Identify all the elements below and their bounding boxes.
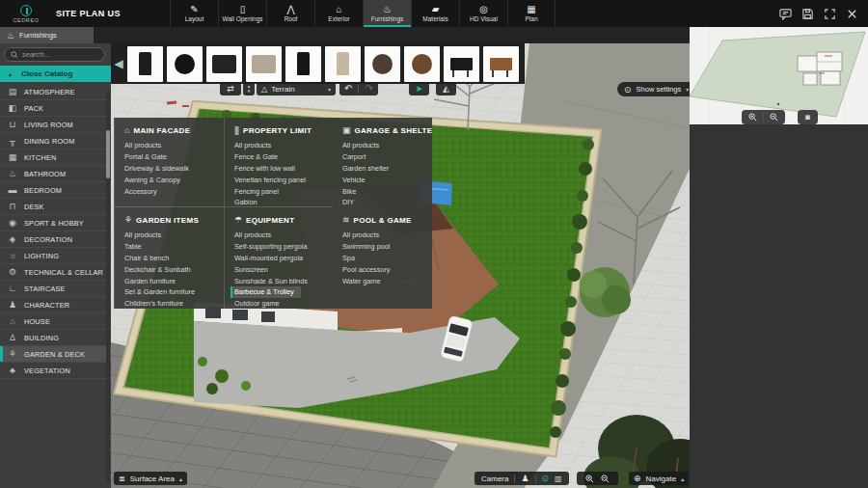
product-thumbnail[interactable]: [127, 46, 163, 82]
terrain-dropdown[interactable]: △ Terrain ▾: [257, 82, 336, 95]
sidebar-item[interactable]: ⊔ LIVING ROOM: [0, 117, 111, 133]
catalog-item[interactable]: Portal & Gate: [124, 151, 220, 163]
tab[interactable]: ▯ Wall Openings: [218, 0, 266, 27]
tab[interactable]: ⌂ Exterior: [314, 0, 363, 27]
sidebar-item[interactable]: ⊓ DESK: [0, 199, 111, 215]
close-catalog-button[interactable]: ▴ Close Catalog: [0, 66, 111, 82]
tab[interactable]: ▦ Plan: [507, 0, 556, 27]
catalog-item[interactable]: Children's furniture: [124, 298, 220, 309]
catalog-item[interactable]: All products: [124, 230, 220, 241]
tab[interactable]: ⋀ Roof: [266, 0, 314, 27]
catalog-item[interactable]: Garden shelter: [342, 163, 428, 175]
catalog-item[interactable]: Water game: [342, 275, 428, 286]
catalog-item[interactable]: Sunshade & Sun blinds: [234, 275, 329, 286]
catalog-item[interactable]: Fence with low wall: [234, 163, 329, 175]
sync-view-button[interactable]: ⇄: [220, 82, 241, 95]
sidebar-item[interactable]: ♟ CHARACTER: [0, 297, 111, 313]
product-thumbnail[interactable]: [206, 46, 242, 82]
catalog-item[interactable]: Barbecue & Trolley: [231, 286, 301, 298]
catalog-item[interactable]: Outdoor game: [234, 298, 329, 309]
tab[interactable]: ✎ Layout: [170, 0, 218, 27]
catalog-item[interactable]: Spa: [342, 253, 428, 264]
product-thumbnail[interactable]: [167, 46, 203, 82]
product-thumbnail[interactable]: [285, 46, 321, 82]
catalog-item[interactable]: Chair & bench: [124, 253, 220, 264]
catalog-item[interactable]: Venetian fencing panel: [234, 174, 329, 185]
walkthrough-icon[interactable]: ♟: [521, 474, 529, 483]
surface-area-dropdown[interactable]: ≣ Surface Area ▴: [114, 472, 187, 485]
zoom-out-icon[interactable]: [770, 113, 778, 122]
sidebar-item[interactable]: ◉ SPORT & HOBBY: [0, 215, 111, 231]
select-tool-button[interactable]: ➤: [409, 82, 429, 95]
zoom-in-icon[interactable]: [585, 474, 594, 483]
sidebar-item[interactable]: ♨ BATHROOM: [0, 166, 111, 182]
floors-icon[interactable]: ▥: [555, 474, 562, 483]
catalog-item[interactable]: Pool accessory: [342, 263, 428, 275]
product-thumbnail[interactable]: [444, 46, 479, 82]
catalog-item[interactable]: Fence & Gate: [234, 151, 329, 163]
catalog-item[interactable]: Garden furniture: [124, 275, 220, 286]
sidebar-item[interactable]: ▦ KITCHEN: [0, 149, 111, 166]
close-icon[interactable]: [846, 8, 858, 20]
catalog-item[interactable]: DIY: [342, 197, 428, 207]
catalog-item[interactable]: Driveway & sidewalk: [124, 163, 220, 175]
tab[interactable]: ▰ Materials: [411, 0, 459, 27]
sidebar-item[interactable]: ♣ VEGETATION: [0, 363, 111, 379]
save-icon[interactable]: [801, 8, 814, 20]
search-input[interactable]: search...: [4, 47, 105, 62]
scroll-left-icon[interactable]: ◀: [114, 57, 123, 70]
catalog-item[interactable]: Gabion: [234, 197, 329, 207]
sidebar-item[interactable]: ∆ BUILDING: [0, 330, 111, 346]
chevron-down-icon[interactable]: ▾: [248, 89, 251, 94]
catalog-item[interactable]: All products: [234, 140, 329, 151]
comment-icon[interactable]: [779, 8, 792, 20]
product-thumbnail[interactable]: [483, 46, 519, 82]
fullscreen-icon[interactable]: [824, 8, 836, 20]
catalog-item[interactable]: Carport: [342, 151, 428, 163]
slope-tool-button[interactable]: ◭: [436, 82, 456, 95]
catalog-item[interactable]: Vehicle: [342, 174, 428, 185]
product-thumbnail[interactable]: [325, 46, 361, 82]
tab[interactable]: ◎ HD Visual: [459, 0, 507, 27]
zoom-out-icon[interactable]: [601, 474, 610, 483]
sidebar-item[interactable]: ▤ ATMOSPHERE: [0, 84, 111, 100]
sidebar-item[interactable]: ∟ STAIRCASE: [0, 281, 111, 297]
catalog-item[interactable]: All products: [124, 140, 220, 151]
sidebar-item[interactable]: ▬ BEDROOM: [0, 182, 111, 199]
sidebar-item[interactable]: ☼ LIGHTING: [0, 248, 111, 264]
sidebar-item[interactable]: ⚘ GARDEN & DECK: [0, 346, 111, 363]
catalog-item[interactable]: Swimming pool: [342, 241, 428, 253]
sidebar-item[interactable]: ◧ PACK: [0, 100, 111, 117]
catalog-item[interactable]: Wall-mounted pergola: [234, 253, 329, 264]
level-stepper[interactable]: ▴ ▾: [243, 82, 255, 95]
catalog-item[interactable]: All products: [342, 140, 428, 151]
scrollbar-thumb[interactable]: [106, 130, 110, 178]
catalog-item[interactable]: Deckchair & Sunbath: [124, 263, 220, 275]
navigate-dropdown[interactable]: ⊕ Navigate ▴: [629, 472, 689, 485]
minimap-camera-button[interactable]: ◙: [798, 110, 818, 124]
redo-icon[interactable]: ↷: [365, 84, 372, 94]
sidebar-item[interactable]: ⌂ HOUSE: [0, 313, 111, 330]
cedreo-logo[interactable]: CEDREO: [0, 0, 52, 27]
catalog-item[interactable]: Fencing panel: [234, 185, 329, 197]
aerial-view-icon[interactable]: ⊙: [542, 474, 550, 483]
catalog-item[interactable]: Set & Garden furniture: [124, 286, 220, 298]
sidebar-item[interactable]: ⚙ TECHNICAL & CELLAR: [0, 264, 111, 281]
catalog-item[interactable]: All products: [234, 230, 329, 241]
catalog-item[interactable]: All products: [342, 230, 428, 241]
zoom-in-icon[interactable]: [748, 113, 757, 122]
product-thumbnail[interactable]: [246, 46, 282, 82]
sidebar-item[interactable]: ╥ DINING ROOM: [0, 133, 111, 149]
catalog-item[interactable]: Table: [124, 241, 220, 253]
undo-icon[interactable]: ↶: [344, 84, 352, 94]
sidebar-scrollbar[interactable]: [106, 92, 110, 483]
catalog-item[interactable]: Accessory: [124, 185, 220, 197]
tab-furnishings-open[interactable]: ♨ Furnishings: [0, 27, 94, 43]
catalog-item[interactable]: Bike: [342, 185, 428, 197]
tab[interactable]: ♨ Furnishings: [363, 0, 411, 27]
catalog-item[interactable]: Sunscreen: [234, 263, 329, 275]
show-settings-dropdown[interactable]: ⊙ Show settings ▾: [617, 82, 695, 96]
product-thumbnail[interactable]: [365, 46, 400, 82]
sidebar-item[interactable]: ◈ DECORATION: [0, 231, 111, 248]
product-thumbnail[interactable]: [404, 46, 440, 82]
